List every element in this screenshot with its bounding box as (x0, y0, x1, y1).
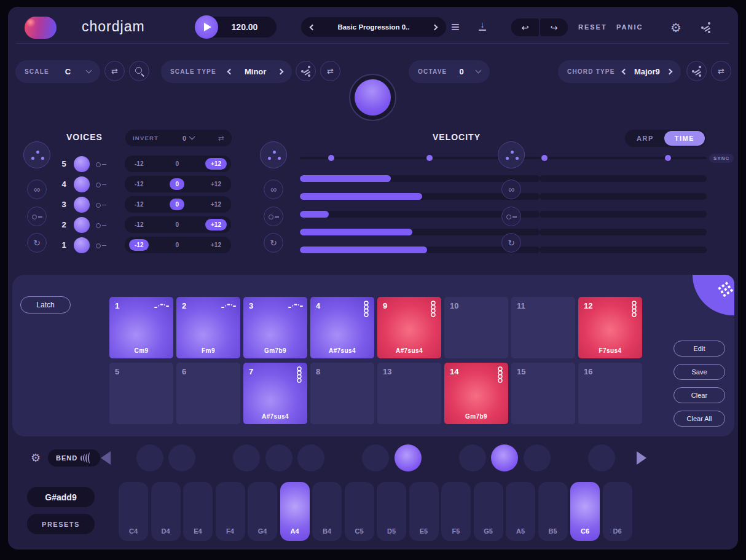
transpose-option[interactable]: -12 (129, 158, 149, 170)
voice-knob[interactable] (74, 176, 90, 192)
voice-knob[interactable] (74, 237, 90, 253)
key-F#5[interactable] (459, 444, 486, 471)
time-range[interactable] (540, 157, 707, 159)
key-G#4[interactable] (265, 444, 293, 471)
keyboard-gear-icon[interactable]: ⚙ (31, 451, 41, 465)
key-D#5[interactable] (395, 444, 422, 471)
key-C#6[interactable] (588, 444, 615, 471)
reset-button[interactable]: RESET (578, 23, 607, 31)
link-icon[interactable] (96, 202, 106, 208)
pad-8[interactable]: 8 (310, 363, 374, 424)
scale-swap-button[interactable]: ⇄ (104, 61, 125, 81)
range-handle[interactable] (328, 155, 334, 161)
transpose-option[interactable]: 0 (170, 158, 184, 170)
key-D#4[interactable] (168, 444, 195, 471)
scale-type-prev-icon[interactable] (227, 69, 234, 75)
pad-16[interactable]: 16 (578, 363, 642, 424)
main-knob-cap[interactable] (355, 79, 391, 116)
level-bar[interactable] (540, 246, 707, 253)
range-handle[interactable] (426, 155, 433, 161)
key-E4[interactable]: E4 (183, 482, 213, 541)
pad-button-clear[interactable]: Clear (673, 387, 725, 403)
velocity-refresh-button[interactable]: ↻ (264, 233, 283, 253)
level-bar[interactable] (540, 229, 707, 235)
transpose-option[interactable]: +12 (205, 158, 227, 170)
chord-type-selector[interactable]: CHORD TYPE Major9 (558, 60, 681, 83)
bend-button[interactable]: BEND (48, 449, 100, 467)
time-tab[interactable]: TIME (664, 131, 705, 146)
keyboard-scroll-left-icon[interactable] (101, 451, 111, 465)
key-D6[interactable]: D6 (603, 482, 632, 541)
chord-type-random-button[interactable] (686, 61, 707, 81)
link-icon[interactable] (96, 242, 106, 248)
transpose-option[interactable]: +12 (205, 199, 227, 210)
voices-randomize-knob[interactable] (23, 141, 50, 168)
key-A5[interactable]: A5 (506, 482, 535, 541)
key-F4[interactable]: F4 (216, 482, 245, 541)
pad-6[interactable]: 6 (176, 363, 240, 424)
time-link-button[interactable] (501, 207, 521, 226)
key-B5[interactable]: B5 (538, 482, 568, 541)
latch-button[interactable]: Latch (20, 296, 71, 314)
key-F5[interactable]: F5 (441, 482, 471, 541)
level-bar[interactable] (540, 175, 707, 182)
pad-2[interactable]: 2Fm9 (176, 297, 240, 358)
scale-type-next-icon[interactable] (278, 69, 284, 75)
pad-10[interactable]: 10 (444, 297, 508, 358)
pad-button-clear-all[interactable]: Clear All (673, 411, 725, 427)
key-A#5[interactable] (524, 444, 551, 471)
redo-button[interactable]: ↪ (540, 18, 568, 36)
key-G5[interactable]: G5 (474, 482, 503, 541)
key-C#5[interactable] (362, 444, 389, 471)
level-bar[interactable] (540, 193, 707, 200)
transpose-option[interactable]: 0 (170, 178, 184, 190)
scale-search-button[interactable] (129, 61, 149, 81)
transpose-option[interactable]: 0 (170, 239, 184, 251)
transpose-option[interactable]: -12 (129, 178, 149, 190)
key-E5[interactable]: E5 (409, 482, 439, 541)
key-C4[interactable]: C4 (119, 482, 148, 541)
velocity-link-button[interactable] (264, 207, 283, 226)
link-icon[interactable] (96, 181, 106, 187)
transpose-option[interactable]: 0 (170, 199, 184, 210)
key-F#4[interactable] (233, 444, 260, 471)
transpose-option[interactable]: -12 (129, 219, 149, 231)
chord-type-swap-button[interactable]: ⇄ (711, 61, 731, 81)
presets-button[interactable]: PRESETS (27, 514, 95, 534)
voices-refresh-button[interactable]: ↻ (27, 233, 47, 253)
chord-type-prev-icon[interactable] (621, 69, 627, 75)
pad-button-edit[interactable]: Edit (673, 341, 725, 357)
voice-knob[interactable] (74, 197, 90, 213)
pad-11[interactable]: 11 (511, 297, 575, 358)
transpose-option[interactable]: +12 (205, 239, 227, 251)
key-D5[interactable]: D5 (377, 482, 406, 541)
settings-gear-icon[interactable]: ⚙ (670, 20, 681, 35)
transpose-option[interactable]: +12 (205, 219, 227, 231)
link-icon[interactable] (96, 161, 106, 167)
download-icon[interactable]: ↓ (477, 20, 487, 31)
pad-9[interactable]: 9A#7sus4 (377, 297, 441, 358)
panic-button[interactable]: PANIC (616, 23, 643, 31)
scale-type-swap-button[interactable]: ⇄ (320, 61, 340, 81)
velocity-randomize-knob[interactable] (260, 141, 287, 168)
key-C#4[interactable] (136, 444, 163, 471)
key-C5[interactable]: C5 (345, 482, 374, 541)
voice-knob[interactable] (74, 156, 90, 172)
randomize-nodes-icon[interactable] (701, 22, 712, 33)
voice-knob[interactable] (74, 217, 90, 233)
scale-selector[interactable]: SCALE C (15, 60, 100, 83)
arp-tab[interactable]: ARP (626, 131, 664, 146)
pad-bank-corner[interactable] (693, 275, 734, 315)
level-bar[interactable] (300, 229, 540, 235)
pad-button-save[interactable]: Save (673, 364, 725, 380)
voices-link-button[interactable] (27, 207, 47, 226)
velocity-infinity-button[interactable]: ∞ (264, 179, 283, 199)
preset-prev-icon[interactable] (310, 24, 316, 30)
invert-selector[interactable]: INVERT 0 ⇄ (125, 130, 232, 146)
time-randomize-knob[interactable] (498, 141, 525, 168)
pad-3[interactable]: 3Gm7b9 (243, 297, 307, 358)
transpose-option[interactable]: 0 (170, 219, 184, 231)
key-A4[interactable]: A4 (280, 482, 310, 541)
link-icon[interactable] (96, 222, 106, 228)
sync-badge[interactable]: SYNC (709, 154, 734, 163)
